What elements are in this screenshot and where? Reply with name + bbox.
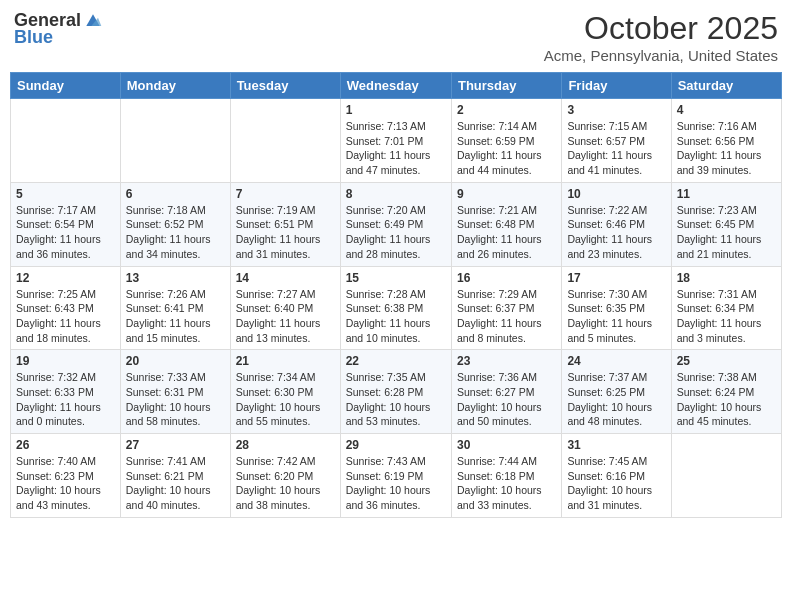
day-info: Sunrise: 7:13 AMSunset: 7:01 PMDaylight:… bbox=[346, 119, 446, 178]
calendar-day-cell: 11Sunrise: 7:23 AMSunset: 6:45 PMDayligh… bbox=[671, 182, 781, 266]
day-info: Sunrise: 7:16 AMSunset: 6:56 PMDaylight:… bbox=[677, 119, 776, 178]
calendar-day-cell: 4Sunrise: 7:16 AMSunset: 6:56 PMDaylight… bbox=[671, 99, 781, 183]
weekday-header-monday: Monday bbox=[120, 73, 230, 99]
day-info: Sunrise: 7:30 AMSunset: 6:35 PMDaylight:… bbox=[567, 287, 665, 346]
calendar-day-cell: 25Sunrise: 7:38 AMSunset: 6:24 PMDayligh… bbox=[671, 350, 781, 434]
day-number: 3 bbox=[567, 103, 665, 117]
day-number: 12 bbox=[16, 271, 115, 285]
calendar-day-cell: 7Sunrise: 7:19 AMSunset: 6:51 PMDaylight… bbox=[230, 182, 340, 266]
title-section: October 2025 Acme, Pennsylvania, United … bbox=[544, 10, 778, 64]
calendar-day-cell: 8Sunrise: 7:20 AMSunset: 6:49 PMDaylight… bbox=[340, 182, 451, 266]
calendar-week-row: 26Sunrise: 7:40 AMSunset: 6:23 PMDayligh… bbox=[11, 434, 782, 518]
calendar-day-cell bbox=[671, 434, 781, 518]
day-number: 22 bbox=[346, 354, 446, 368]
day-number: 10 bbox=[567, 187, 665, 201]
day-number: 30 bbox=[457, 438, 556, 452]
logo-blue-text: Blue bbox=[14, 27, 53, 48]
month-title: October 2025 bbox=[544, 10, 778, 47]
day-number: 21 bbox=[236, 354, 335, 368]
calendar-week-row: 5Sunrise: 7:17 AMSunset: 6:54 PMDaylight… bbox=[11, 182, 782, 266]
calendar-day-cell: 23Sunrise: 7:36 AMSunset: 6:27 PMDayligh… bbox=[451, 350, 561, 434]
day-number: 19 bbox=[16, 354, 115, 368]
day-info: Sunrise: 7:18 AMSunset: 6:52 PMDaylight:… bbox=[126, 203, 225, 262]
weekday-header-sunday: Sunday bbox=[11, 73, 121, 99]
day-info: Sunrise: 7:25 AMSunset: 6:43 PMDaylight:… bbox=[16, 287, 115, 346]
day-number: 25 bbox=[677, 354, 776, 368]
calendar-day-cell: 18Sunrise: 7:31 AMSunset: 6:34 PMDayligh… bbox=[671, 266, 781, 350]
day-number: 16 bbox=[457, 271, 556, 285]
day-number: 4 bbox=[677, 103, 776, 117]
calendar-day-cell: 22Sunrise: 7:35 AMSunset: 6:28 PMDayligh… bbox=[340, 350, 451, 434]
weekday-header-wednesday: Wednesday bbox=[340, 73, 451, 99]
day-number: 7 bbox=[236, 187, 335, 201]
day-info: Sunrise: 7:40 AMSunset: 6:23 PMDaylight:… bbox=[16, 454, 115, 513]
calendar-day-cell: 31Sunrise: 7:45 AMSunset: 6:16 PMDayligh… bbox=[562, 434, 671, 518]
day-number: 18 bbox=[677, 271, 776, 285]
day-info: Sunrise: 7:28 AMSunset: 6:38 PMDaylight:… bbox=[346, 287, 446, 346]
day-info: Sunrise: 7:22 AMSunset: 6:46 PMDaylight:… bbox=[567, 203, 665, 262]
day-number: 29 bbox=[346, 438, 446, 452]
calendar-day-cell: 10Sunrise: 7:22 AMSunset: 6:46 PMDayligh… bbox=[562, 182, 671, 266]
day-info: Sunrise: 7:17 AMSunset: 6:54 PMDaylight:… bbox=[16, 203, 115, 262]
day-info: Sunrise: 7:21 AMSunset: 6:48 PMDaylight:… bbox=[457, 203, 556, 262]
day-info: Sunrise: 7:36 AMSunset: 6:27 PMDaylight:… bbox=[457, 370, 556, 429]
calendar-day-cell bbox=[120, 99, 230, 183]
calendar-day-cell: 27Sunrise: 7:41 AMSunset: 6:21 PMDayligh… bbox=[120, 434, 230, 518]
day-number: 5 bbox=[16, 187, 115, 201]
calendar-table: SundayMondayTuesdayWednesdayThursdayFrid… bbox=[10, 72, 782, 518]
day-info: Sunrise: 7:33 AMSunset: 6:31 PMDaylight:… bbox=[126, 370, 225, 429]
location-title: Acme, Pennsylvania, United States bbox=[544, 47, 778, 64]
day-number: 6 bbox=[126, 187, 225, 201]
calendar-day-cell: 19Sunrise: 7:32 AMSunset: 6:33 PMDayligh… bbox=[11, 350, 121, 434]
day-info: Sunrise: 7:19 AMSunset: 6:51 PMDaylight:… bbox=[236, 203, 335, 262]
day-number: 27 bbox=[126, 438, 225, 452]
calendar-day-cell: 14Sunrise: 7:27 AMSunset: 6:40 PMDayligh… bbox=[230, 266, 340, 350]
day-info: Sunrise: 7:26 AMSunset: 6:41 PMDaylight:… bbox=[126, 287, 225, 346]
day-number: 11 bbox=[677, 187, 776, 201]
calendar-day-cell: 6Sunrise: 7:18 AMSunset: 6:52 PMDaylight… bbox=[120, 182, 230, 266]
calendar-day-cell bbox=[11, 99, 121, 183]
weekday-header-row: SundayMondayTuesdayWednesdayThursdayFrid… bbox=[11, 73, 782, 99]
weekday-header-thursday: Thursday bbox=[451, 73, 561, 99]
day-info: Sunrise: 7:37 AMSunset: 6:25 PMDaylight:… bbox=[567, 370, 665, 429]
calendar-week-row: 1Sunrise: 7:13 AMSunset: 7:01 PMDaylight… bbox=[11, 99, 782, 183]
day-info: Sunrise: 7:38 AMSunset: 6:24 PMDaylight:… bbox=[677, 370, 776, 429]
day-info: Sunrise: 7:32 AMSunset: 6:33 PMDaylight:… bbox=[16, 370, 115, 429]
calendar-week-row: 12Sunrise: 7:25 AMSunset: 6:43 PMDayligh… bbox=[11, 266, 782, 350]
day-info: Sunrise: 7:23 AMSunset: 6:45 PMDaylight:… bbox=[677, 203, 776, 262]
day-number: 20 bbox=[126, 354, 225, 368]
day-number: 24 bbox=[567, 354, 665, 368]
calendar-day-cell: 1Sunrise: 7:13 AMSunset: 7:01 PMDaylight… bbox=[340, 99, 451, 183]
calendar-day-cell: 29Sunrise: 7:43 AMSunset: 6:19 PMDayligh… bbox=[340, 434, 451, 518]
day-info: Sunrise: 7:27 AMSunset: 6:40 PMDaylight:… bbox=[236, 287, 335, 346]
calendar-day-cell: 30Sunrise: 7:44 AMSunset: 6:18 PMDayligh… bbox=[451, 434, 561, 518]
day-number: 28 bbox=[236, 438, 335, 452]
calendar-day-cell: 3Sunrise: 7:15 AMSunset: 6:57 PMDaylight… bbox=[562, 99, 671, 183]
day-info: Sunrise: 7:43 AMSunset: 6:19 PMDaylight:… bbox=[346, 454, 446, 513]
day-info: Sunrise: 7:14 AMSunset: 6:59 PMDaylight:… bbox=[457, 119, 556, 178]
calendar-day-cell: 15Sunrise: 7:28 AMSunset: 6:38 PMDayligh… bbox=[340, 266, 451, 350]
calendar-day-cell: 16Sunrise: 7:29 AMSunset: 6:37 PMDayligh… bbox=[451, 266, 561, 350]
day-number: 17 bbox=[567, 271, 665, 285]
day-info: Sunrise: 7:20 AMSunset: 6:49 PMDaylight:… bbox=[346, 203, 446, 262]
day-info: Sunrise: 7:42 AMSunset: 6:20 PMDaylight:… bbox=[236, 454, 335, 513]
calendar-week-row: 19Sunrise: 7:32 AMSunset: 6:33 PMDayligh… bbox=[11, 350, 782, 434]
calendar-day-cell: 2Sunrise: 7:14 AMSunset: 6:59 PMDaylight… bbox=[451, 99, 561, 183]
calendar-day-cell bbox=[230, 99, 340, 183]
weekday-header-saturday: Saturday bbox=[671, 73, 781, 99]
calendar-day-cell: 17Sunrise: 7:30 AMSunset: 6:35 PMDayligh… bbox=[562, 266, 671, 350]
day-info: Sunrise: 7:44 AMSunset: 6:18 PMDaylight:… bbox=[457, 454, 556, 513]
page-header: General Blue October 2025 Acme, Pennsylv… bbox=[10, 10, 782, 64]
day-info: Sunrise: 7:45 AMSunset: 6:16 PMDaylight:… bbox=[567, 454, 665, 513]
day-info: Sunrise: 7:35 AMSunset: 6:28 PMDaylight:… bbox=[346, 370, 446, 429]
calendar-day-cell: 13Sunrise: 7:26 AMSunset: 6:41 PMDayligh… bbox=[120, 266, 230, 350]
calendar-day-cell: 26Sunrise: 7:40 AMSunset: 6:23 PMDayligh… bbox=[11, 434, 121, 518]
day-info: Sunrise: 7:34 AMSunset: 6:30 PMDaylight:… bbox=[236, 370, 335, 429]
calendar-day-cell: 20Sunrise: 7:33 AMSunset: 6:31 PMDayligh… bbox=[120, 350, 230, 434]
weekday-header-tuesday: Tuesday bbox=[230, 73, 340, 99]
day-number: 2 bbox=[457, 103, 556, 117]
day-info: Sunrise: 7:29 AMSunset: 6:37 PMDaylight:… bbox=[457, 287, 556, 346]
day-info: Sunrise: 7:41 AMSunset: 6:21 PMDaylight:… bbox=[126, 454, 225, 513]
day-number: 1 bbox=[346, 103, 446, 117]
day-number: 14 bbox=[236, 271, 335, 285]
